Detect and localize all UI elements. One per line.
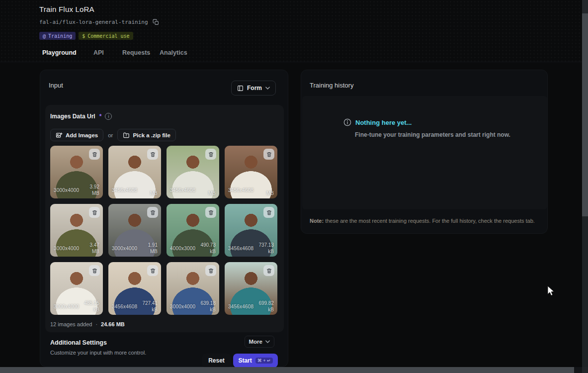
image-size: 727.41kB [142,300,158,313]
history-note: Note: these are the most recent training… [310,218,535,224]
total-size: 24.66 MB [101,321,125,327]
start-button[interactable]: Start ⌘ + ↵ [233,354,278,368]
tab-playground[interactable]: Playground [42,49,77,56]
delete-image-button[interactable] [205,265,216,276]
trash-icon [92,268,97,274]
image-dimensions: 3456x4608 [170,187,195,193]
image-size: 3.47MB [90,242,99,255]
trash-icon [208,152,214,157]
layout-icon [237,85,244,92]
additional-settings-title: Additional Settings [50,339,107,346]
image-dimensions: 3000x4000 [54,246,79,251]
delete-image-button[interactable] [89,207,100,218]
additional-settings-subtitle: Customize your input with more control. [50,350,146,356]
trash-icon [150,210,156,215]
image-size: 490.73kB [200,242,216,255]
trash-icon [266,268,272,274]
field-label-row: Images Data Url* i [50,113,112,120]
image-thumbnail: 3456x4608MB [225,146,277,198]
endpoint-id: fal-ai/flux-lora-general-training [39,19,148,25]
images-summary: 12 images added · 24.66 MB [50,321,125,327]
horizontal-scrollbar-thumb[interactable] [0,367,574,373]
trash-icon [266,210,272,215]
image-dimensions: 3000x4000 [54,187,79,193]
delete-image-button[interactable] [263,265,274,276]
image-dimensions: 3000x4000 [54,304,79,309]
image-size: 1.91MB [148,242,158,255]
separator: · [95,321,97,327]
image-dimensions: 3456x4608 [112,304,137,309]
training-history-panel: Training history Nothing here yet... Fin… [301,70,548,234]
image-thumbnail: 3000x4000639.18kB [167,262,219,315]
image-thumbnail: 3456x4608737.13kB [225,204,277,257]
scrollbar-corner-top [582,0,588,13]
vertical-scrollbar-thumb[interactable] [582,13,588,216]
or-label: or [108,132,113,138]
image-thumbnail: 3000x40003.92MB [50,146,103,198]
image-dimensions: 3456x4608 [228,187,253,193]
image-thumbnail: 3456x4608MB [108,146,161,198]
copy-icon[interactable] [153,19,159,25]
image-dimensions: 3456x4608 [228,246,253,251]
scrollbar-corner [582,367,588,373]
tab-analytics[interactable]: Analytics [160,49,187,56]
image-dimensions: 4000x3000 [170,246,195,251]
history-panel-title: Training history [310,82,353,89]
commercial-use-badge: $ Commercial use [79,32,133,40]
delete-image-button[interactable] [89,265,100,276]
add-images-button[interactable]: Add Images [50,129,103,141]
delete-image-button[interactable] [147,207,158,218]
reset-button[interactable]: Reset [202,354,231,368]
image-size: MB [150,190,158,196]
mouse-cursor [547,285,555,299]
delete-image-button[interactable] [263,149,274,160]
image-dimensions: 3456x4608 [112,187,137,193]
info-circle-icon [343,118,351,126]
delete-image-button[interactable] [89,149,100,160]
pick-zip-button[interactable]: Pick a .zip file [117,129,175,141]
image-thumbnail: 3456x4608MB [167,146,219,198]
dollar-icon: $ [82,33,85,39]
delete-image-button[interactable] [263,207,274,218]
training-badge: @ Training [39,32,76,40]
delete-image-button[interactable] [147,149,158,160]
images-data-url-field: Images Data Url* i Add Images or Pick a … [45,105,284,332]
image-thumbnail: 3456x4608699.82kB [225,262,277,315]
image-thumbnail: 3456x4608727.41kB [108,262,161,315]
badges: @ Training $ Commercial use [39,32,133,40]
tab-requests[interactable]: Requests [122,49,150,56]
trash-icon [208,210,214,215]
image-thumbnail: 3000x40003.47MB [50,204,103,257]
header: Train Flux LoRA fal-ai/flux-lora-general… [0,0,582,62]
history-empty-state: Nothing here yet... Fine-tune your train… [302,96,547,209]
form-view-toggle[interactable]: Form [231,81,276,95]
tab-bar: Playground API Requests Analytics [0,49,582,59]
add-image-icon [56,132,63,139]
trash-icon [92,210,97,215]
trash-icon [208,268,214,274]
more-button[interactable]: More [245,336,274,348]
image-size: 699.82kB [258,300,274,313]
keyboard-shortcut-badge: ⌘ + ↵ [255,358,273,364]
delete-image-button[interactable] [205,149,216,160]
trash-icon [266,152,272,157]
zip-folder-icon [123,132,130,139]
chevron-down-icon [265,87,270,90]
tab-api[interactable]: API [93,49,104,56]
required-mark: * [99,113,102,120]
field-label: Images Data Url [50,113,95,120]
info-icon[interactable]: i [105,113,112,120]
image-thumbnail: 3000x4000485.15kB [50,262,103,315]
image-size: 639.18kB [200,300,216,313]
image-dimensions: 3000x4000 [112,246,137,251]
trash-icon [92,152,97,157]
empty-state-title: Nothing here yet... [355,119,412,126]
delete-image-button[interactable] [147,265,158,276]
input-panel: Input Form Images Data Url* i Add Images… [40,70,288,367]
at-icon: @ [43,33,46,39]
chevron-down-icon [265,340,270,343]
image-thumbnail: 4000x3000490.73kB [167,204,219,257]
endpoint-row: fal-ai/flux-lora-general-training [39,19,159,25]
delete-image-button[interactable] [205,207,216,218]
image-size: 485.15kB [84,300,99,313]
